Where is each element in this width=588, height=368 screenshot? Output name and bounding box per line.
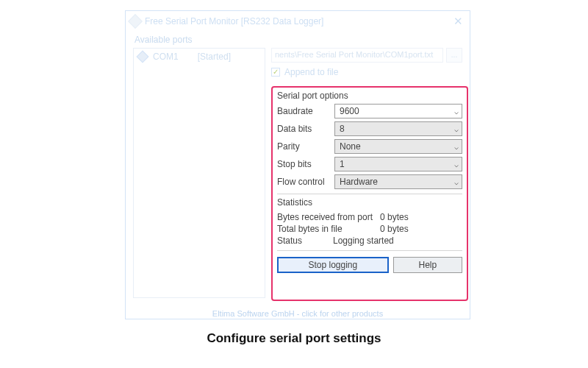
separator	[277, 250, 462, 251]
parity-label: Parity	[277, 141, 334, 152]
options-group-label: Serial port options	[277, 89, 462, 104]
log-file-path[interactable]: nents\Free Serial Port Monitor\COM1port.…	[271, 48, 443, 63]
stop-logging-button[interactable]: Stop logging	[277, 257, 389, 273]
bytes-received-label: Bytes received from port	[277, 212, 380, 222]
serial-port-options-panel: Serial port options Baudrate 9600 ⌵ Data…	[271, 86, 468, 301]
port-icon	[137, 51, 149, 63]
statistics-group-label: Statistics	[277, 197, 462, 210]
page-caption: Configure serial port settings	[0, 331, 588, 346]
help-button[interactable]: Help	[393, 257, 462, 273]
chevron-down-icon: ⌵	[454, 125, 459, 133]
parity-value: None	[340, 141, 454, 152]
databits-select[interactable]: 8 ⌵	[334, 121, 462, 136]
statistics-group: Statistics Bytes received from port 0 by…	[277, 197, 462, 246]
available-ports-label: Available ports	[126, 32, 470, 48]
titlebar[interactable]: Free Serial Port Monitor [RS232 Data Log…	[126, 11, 470, 32]
flowcontrol-label: Flow control	[277, 177, 334, 187]
footer-link[interactable]: Eltima Software GmbH - click for other p…	[126, 309, 470, 318]
status-value: Logging started	[333, 236, 394, 246]
separator	[277, 194, 462, 194]
total-bytes-label: Total bytes in file	[277, 224, 380, 234]
window-title: Free Serial Port Monitor [RS232 Data Log…	[145, 16, 451, 26]
baudrate-value: 9600	[340, 106, 454, 116]
ports-list[interactable]: COM1 [Started]	[133, 48, 265, 298]
port-status: [Started]	[198, 52, 231, 62]
app-icon	[128, 14, 143, 29]
append-to-file-checkbox[interactable]: ✓ Append to file	[271, 67, 462, 77]
checkmark-icon: ✓	[271, 68, 280, 77]
status-label: Status	[277, 236, 333, 246]
browse-button[interactable]: ...	[446, 48, 462, 63]
append-label: Append to file	[284, 67, 338, 77]
stopbits-value: 1	[340, 159, 454, 169]
flowcontrol-value: Hardware	[340, 177, 454, 187]
baudrate-select[interactable]: 9600 ⌵	[334, 104, 462, 118]
chevron-down-icon: ⌵	[454, 143, 459, 151]
databits-label: Data bits	[277, 124, 334, 134]
flowcontrol-select[interactable]: Hardware ⌵	[334, 174, 462, 189]
baudrate-label: Baudrate	[277, 106, 334, 116]
port-name: COM1	[153, 52, 179, 62]
stopbits-label: Stop bits	[277, 159, 334, 169]
databits-value: 8	[340, 124, 454, 134]
list-item[interactable]: COM1 [Started]	[138, 52, 260, 62]
chevron-down-icon: ⌵	[454, 178, 459, 186]
bytes-received-value: 0 bytes	[380, 212, 409, 222]
app-window: Free Serial Port Monitor [RS232 Data Log…	[125, 10, 470, 319]
chevron-down-icon: ⌵	[454, 107, 459, 116]
close-icon[interactable]: ✕	[451, 15, 465, 28]
right-column: nents\Free Serial Port Monitor\COM1port.…	[271, 48, 462, 298]
chevron-down-icon: ⌵	[454, 160, 459, 169]
stopbits-select[interactable]: 1 ⌵	[334, 157, 462, 171]
parity-select[interactable]: None ⌵	[334, 139, 462, 154]
total-bytes-value: 0 bytes	[380, 224, 409, 234]
